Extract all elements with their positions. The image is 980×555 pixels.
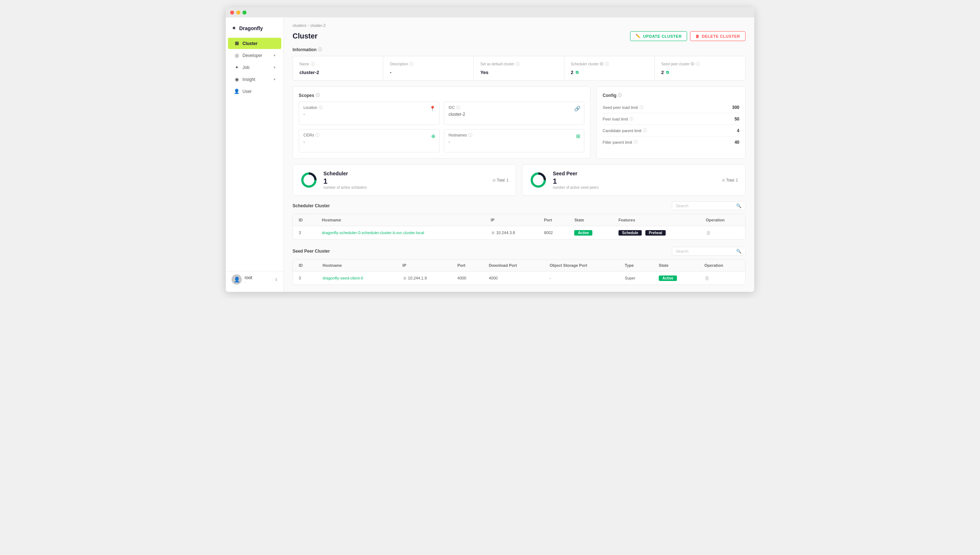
scopes-title: Scopes ⓘ bbox=[299, 93, 584, 98]
scheduler-cluster-table: ID Hostname IP Port State Features Opera… bbox=[293, 214, 745, 239]
location-pin-icon: 📍 bbox=[429, 106, 436, 111]
scheduler-search-bar: 🔍 bbox=[672, 202, 746, 210]
info-cell-description: Description ⓘ - bbox=[383, 56, 474, 80]
config-card: Config ⓘ Seed peer load limit ⓘ 300 bbox=[597, 87, 746, 159]
chevron-down-icon: ▾ bbox=[274, 65, 276, 69]
sidebar-item-cluster[interactable]: ⊞ Cluster bbox=[228, 38, 281, 49]
trash-icon: 🗑 bbox=[695, 34, 700, 38]
table-row: 3 dragonfly-scheduler-0.scheduler.cluste… bbox=[293, 226, 745, 239]
sp-status-badge: Active bbox=[659, 276, 677, 281]
copy-seed-peer-id-icon[interactable]: ⧉ bbox=[666, 70, 669, 75]
config-row-candidate-parent: Candidate parent limit ⓘ 4 bbox=[603, 125, 739, 136]
delete-row-button[interactable]: 🗑 bbox=[706, 230, 711, 236]
job-icon: ✦ bbox=[234, 65, 239, 70]
expand-icon[interactable]: ⇕ bbox=[275, 278, 277, 282]
scheduler-cluster-table-container: ID Hostname IP Port State Features Opera… bbox=[292, 214, 746, 239]
row-features: Schedule Preheat bbox=[613, 226, 700, 239]
row-operation: 🗑 bbox=[700, 226, 745, 239]
candidate-parent-info-icon: ⓘ bbox=[643, 128, 647, 133]
sidebar-item-insight[interactable]: ◉ Insight ▾ bbox=[228, 74, 281, 85]
scope-hostnames: Hostnames ⓘ - ⊞ bbox=[444, 129, 585, 152]
desc-info-icon: ⓘ bbox=[409, 61, 414, 67]
sidebar-item-developer[interactable]: ◎ Developer ▾ bbox=[228, 50, 281, 61]
seed-peer-cluster-table-container: ID Hostname IP Port Download Port Object… bbox=[292, 259, 746, 285]
close-button[interactable] bbox=[230, 11, 234, 14]
cidrs-icon: ⊕ bbox=[431, 133, 436, 139]
sidebar: ✦ Dragonfly ⊞ Cluster ◎ Developer ▾ ✦ Jo… bbox=[226, 18, 284, 292]
sidebar-label-user: User bbox=[242, 89, 276, 94]
scheduler-search-input[interactable] bbox=[676, 204, 734, 208]
scopes-grid: Location ⓘ - 📍 IDC ⓘ bbox=[299, 102, 584, 152]
seed-peer-cluster-section: Seed Peer Cluster 🔍 ID Hostname bbox=[292, 247, 746, 285]
header-actions: ✏️ UPDATE CLUSTER 🗑 DELETE CLUSTER bbox=[630, 31, 746, 41]
sp-row-download-port: 4000 bbox=[483, 271, 544, 285]
col-hostname: Hostname bbox=[316, 214, 485, 226]
scheduler-cluster-header: Scheduler Cluster 🔍 bbox=[292, 202, 746, 210]
cluster-icon: ⊞ bbox=[234, 41, 239, 46]
info-cell-seed-peer-id: Seed peer cluster ID ⓘ 2 ⧉ bbox=[655, 56, 745, 80]
hostnames-icon: ⊞ bbox=[576, 133, 581, 139]
status-badge: Active bbox=[574, 230, 592, 236]
sidebar-label-developer: Developer bbox=[242, 53, 271, 58]
info-grid: Name ⓘ cluster-2 Description ⓘ bbox=[292, 56, 746, 80]
delete-cluster-button[interactable]: 🗑 DELETE CLUSTER bbox=[690, 31, 746, 41]
name-info-icon: ⓘ bbox=[311, 61, 315, 67]
col-operation: Operation bbox=[700, 214, 745, 226]
config-row-seed-peer-load: Seed peer load limit ⓘ 300 bbox=[603, 102, 739, 113]
seed-peer-cluster-header: Seed Peer Cluster 🔍 bbox=[292, 247, 746, 255]
sp-delete-row-button[interactable]: 🗑 bbox=[704, 275, 710, 281]
sp-row-port: 4000 bbox=[452, 271, 483, 285]
col-features: Features bbox=[613, 214, 700, 226]
default-info-icon: ⓘ bbox=[516, 61, 520, 67]
info-cell-name: Name ⓘ cluster-2 bbox=[293, 56, 383, 80]
feature-schedule-badge: Schedule bbox=[619, 230, 642, 236]
update-cluster-button[interactable]: ✏️ UPDATE CLUSTER bbox=[630, 31, 687, 41]
col-port: Port bbox=[538, 214, 569, 226]
sidebar-item-job[interactable]: ✦ Job ▾ bbox=[228, 62, 281, 73]
page-header: Cluster ✏️ UPDATE CLUSTER 🗑 DELETE CLUST… bbox=[292, 31, 746, 41]
scopes-config-row: Scopes ⓘ Location ⓘ - 📍 bbox=[292, 87, 746, 159]
sp-col-type: Type bbox=[619, 260, 653, 271]
logo-text: Dragonfly bbox=[239, 26, 263, 31]
chevron-down-icon: ▾ bbox=[274, 77, 276, 81]
row-port: 8002 bbox=[538, 226, 569, 239]
sp-col-state: State bbox=[653, 260, 698, 271]
sp-col-ip: IP bbox=[397, 260, 452, 271]
idc-icon: 🔗 bbox=[574, 106, 581, 111]
breadcrumb-clusters[interactable]: clusters bbox=[292, 23, 306, 27]
seed-peer-search-icon[interactable]: 🔍 bbox=[736, 249, 741, 254]
scheduler-donut bbox=[300, 171, 318, 189]
dragonfly-icon: ✦ bbox=[232, 25, 236, 32]
seed-peer-search-bar: 🔍 bbox=[672, 247, 746, 255]
sp-row-id: 3 bbox=[293, 271, 317, 285]
user-name: root bbox=[245, 275, 252, 280]
user-profile[interactable]: 👤 root - ⇕ bbox=[226, 271, 284, 287]
seed-peer-search-input[interactable] bbox=[676, 249, 734, 253]
row-state: Active bbox=[568, 226, 613, 239]
breadcrumb-current: cluster-2 bbox=[310, 23, 326, 27]
sidebar-label-job: Job bbox=[242, 65, 271, 70]
filter-parent-info-icon: ⓘ bbox=[634, 140, 638, 145]
sp-row-hostname: dragonfly-seed-client-0 bbox=[317, 271, 397, 285]
seed-peer-cluster-title: Seed Peer Cluster bbox=[292, 249, 330, 254]
maximize-button[interactable] bbox=[242, 11, 247, 14]
minimize-button[interactable] bbox=[236, 11, 240, 14]
search-icon[interactable]: 🔍 bbox=[736, 203, 741, 209]
hostname-link[interactable]: dragonfly-scheduler-0.scheduler.cluster-… bbox=[322, 231, 424, 235]
config-rows: Seed peer load limit ⓘ 300 Peer load lim… bbox=[603, 102, 739, 148]
sidebar-item-user[interactable]: 👤 User bbox=[228, 86, 281, 97]
seed-peer-cluster-table: ID Hostname IP Port Download Port Object… bbox=[293, 260, 745, 285]
scheduler-cluster-section: Scheduler Cluster 🔍 ID Hostname bbox=[292, 202, 746, 239]
config-info-icon: ⓘ bbox=[618, 93, 622, 98]
row-id: 3 bbox=[293, 226, 316, 239]
scope-location: Location ⓘ - 📍 bbox=[299, 102, 439, 125]
sp-hostname-link[interactable]: dragonfly-seed-client-0 bbox=[323, 276, 363, 280]
app-window: ✦ Dragonfly ⊞ Cluster ◎ Developer ▾ ✦ Jo… bbox=[226, 7, 754, 292]
sp-col-object-storage-port: Object Storage Port bbox=[544, 260, 619, 271]
stats-row: Scheduler 1 number of active schdulers ⊞… bbox=[292, 164, 746, 196]
sp-col-download-port: Download Port bbox=[483, 260, 544, 271]
sp-col-operation: Operation bbox=[699, 260, 745, 271]
idc-info-icon: ⓘ bbox=[456, 105, 460, 110]
seed-peer-load-info-icon: ⓘ bbox=[640, 104, 643, 110]
copy-scheduler-id-icon[interactable]: ⧉ bbox=[576, 70, 579, 75]
